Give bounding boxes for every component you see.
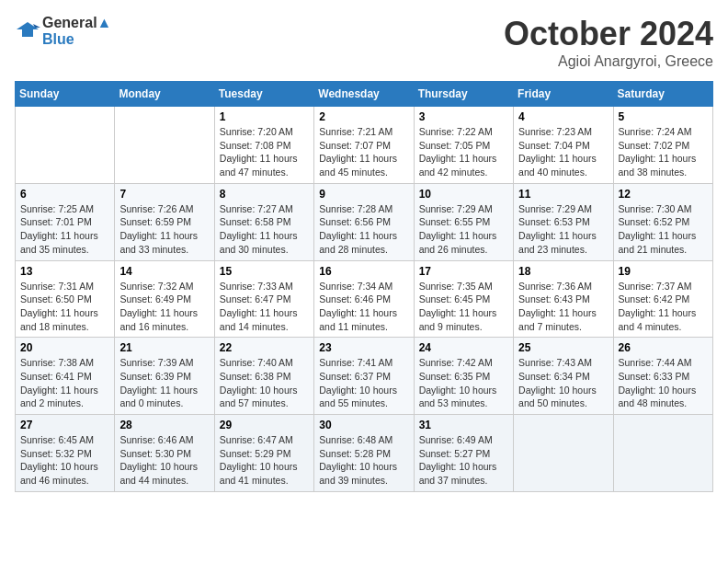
calendar-cell: 15Sunrise: 7:33 AM Sunset: 6:47 PM Dayli… [214, 260, 313, 338]
calendar-cell: 1Sunrise: 7:20 AM Sunset: 7:08 PM Daylig… [214, 107, 313, 184]
day-number: 3 [419, 110, 508, 123]
day-number: 25 [518, 341, 608, 354]
day-number: 2 [319, 110, 408, 123]
day-number: 28 [119, 419, 209, 431]
calendar-cell: 4Sunrise: 7:23 AM Sunset: 7:04 PM Daylig… [514, 107, 613, 184]
day-number: 10 [419, 188, 508, 201]
day-info: Sunrise: 7:38 AM Sunset: 6:41 PM Dayligh… [20, 356, 109, 410]
day-info: Sunrise: 6:49 AM Sunset: 5:27 PM Dayligh… [419, 433, 508, 488]
day-number: 30 [319, 419, 408, 431]
weekday-header-sunday: Sunday [16, 82, 115, 107]
day-number: 9 [319, 188, 408, 201]
day-number: 6 [20, 188, 109, 201]
calendar-cell: 21Sunrise: 7:39 AM Sunset: 6:39 PM Dayli… [115, 338, 214, 415]
day-number: 27 [20, 419, 109, 431]
day-number: 13 [20, 265, 109, 278]
day-info: Sunrise: 7:21 AM Sunset: 7:07 PM Dayligh… [319, 125, 408, 179]
calendar-cell: 28Sunrise: 6:46 AM Sunset: 5:30 PM Dayli… [115, 415, 214, 492]
day-info: Sunrise: 7:41 AM Sunset: 6:37 PM Dayligh… [319, 356, 408, 410]
calendar-cell: 12Sunrise: 7:30 AM Sunset: 6:52 PM Dayli… [613, 183, 712, 260]
calendar-cell: 5Sunrise: 7:24 AM Sunset: 7:02 PM Daylig… [613, 107, 712, 184]
page-header: General▲ Blue October 2024 Agioi Anargyr… [15, 15, 713, 70]
calendar-week-row: 6Sunrise: 7:25 AM Sunset: 7:01 PM Daylig… [16, 183, 713, 260]
day-number: 16 [319, 265, 408, 278]
day-info: Sunrise: 7:40 AM Sunset: 6:38 PM Dayligh… [220, 356, 309, 410]
day-info: Sunrise: 7:28 AM Sunset: 6:56 PM Dayligh… [319, 202, 408, 257]
day-number: 22 [220, 341, 309, 354]
day-number: 29 [220, 419, 309, 431]
day-info: Sunrise: 6:45 AM Sunset: 5:32 PM Dayligh… [20, 433, 109, 488]
day-info: Sunrise: 7:35 AM Sunset: 6:45 PM Dayligh… [419, 280, 508, 334]
day-number: 15 [220, 265, 309, 278]
logo-text: General▲ Blue [42, 15, 111, 48]
day-info: Sunrise: 7:37 AM Sunset: 6:42 PM Dayligh… [619, 280, 708, 334]
day-number: 31 [419, 419, 508, 431]
day-number: 5 [619, 110, 708, 123]
weekday-header-row: SundayMondayTuesdayWednesdayThursdayFrid… [16, 82, 713, 107]
calendar-cell: 31Sunrise: 6:49 AM Sunset: 5:27 PM Dayli… [414, 415, 513, 492]
calendar-cell: 16Sunrise: 7:34 AM Sunset: 6:46 PM Dayli… [314, 260, 414, 338]
day-info: Sunrise: 7:39 AM Sunset: 6:39 PM Dayligh… [119, 356, 209, 410]
day-number: 1 [220, 110, 309, 123]
day-info: Sunrise: 6:48 AM Sunset: 5:28 PM Dayligh… [319, 433, 408, 488]
day-number: 21 [119, 341, 209, 354]
calendar-cell: 2Sunrise: 7:21 AM Sunset: 7:07 PM Daylig… [314, 107, 414, 184]
day-info: Sunrise: 7:20 AM Sunset: 7:08 PM Dayligh… [220, 125, 309, 179]
calendar-cell: 29Sunrise: 6:47 AM Sunset: 5:29 PM Dayli… [214, 415, 313, 492]
calendar-cell: 25Sunrise: 7:43 AM Sunset: 6:34 PM Dayli… [514, 338, 613, 415]
day-info: Sunrise: 7:31 AM Sunset: 6:50 PM Dayligh… [20, 280, 109, 334]
calendar-cell: 7Sunrise: 7:26 AM Sunset: 6:59 PM Daylig… [115, 183, 214, 260]
location-title: Agioi Anargyroi, Greece [504, 53, 713, 70]
day-number: 7 [119, 188, 209, 201]
weekday-header-saturday: Saturday [613, 82, 712, 107]
title-block: October 2024 Agioi Anargyroi, Greece [504, 15, 713, 70]
calendar-cell: 23Sunrise: 7:41 AM Sunset: 6:37 PM Dayli… [314, 338, 414, 415]
calendar-cell [514, 415, 613, 492]
calendar-cell: 10Sunrise: 7:29 AM Sunset: 6:55 PM Dayli… [414, 183, 513, 260]
calendar-cell: 30Sunrise: 6:48 AM Sunset: 5:28 PM Dayli… [314, 415, 414, 492]
day-info: Sunrise: 7:33 AM Sunset: 6:47 PM Dayligh… [220, 280, 309, 334]
day-info: Sunrise: 7:32 AM Sunset: 6:49 PM Dayligh… [119, 280, 209, 334]
day-info: Sunrise: 7:26 AM Sunset: 6:59 PM Dayligh… [119, 202, 209, 257]
calendar-cell: 19Sunrise: 7:37 AM Sunset: 6:42 PM Dayli… [613, 260, 712, 338]
day-number: 11 [518, 188, 608, 201]
day-info: Sunrise: 6:46 AM Sunset: 5:30 PM Dayligh… [119, 433, 209, 488]
calendar-week-row: 27Sunrise: 6:45 AM Sunset: 5:32 PM Dayli… [16, 415, 713, 492]
calendar-week-row: 13Sunrise: 7:31 AM Sunset: 6:50 PM Dayli… [16, 260, 713, 338]
day-info: Sunrise: 7:27 AM Sunset: 6:58 PM Dayligh… [220, 202, 309, 257]
weekday-header-friday: Friday [514, 82, 613, 107]
day-info: Sunrise: 7:29 AM Sunset: 6:55 PM Dayligh… [419, 202, 508, 257]
logo-icon [15, 18, 40, 44]
day-info: Sunrise: 7:23 AM Sunset: 7:04 PM Dayligh… [518, 125, 608, 179]
weekday-header-monday: Monday [115, 82, 214, 107]
calendar-cell [613, 415, 712, 492]
logo: General▲ Blue [15, 15, 111, 48]
day-number: 4 [518, 110, 608, 123]
day-info: Sunrise: 7:25 AM Sunset: 7:01 PM Dayligh… [20, 202, 109, 257]
day-info: Sunrise: 7:24 AM Sunset: 7:02 PM Dayligh… [619, 125, 708, 179]
calendar-cell: 14Sunrise: 7:32 AM Sunset: 6:49 PM Dayli… [115, 260, 214, 338]
calendar-cell: 22Sunrise: 7:40 AM Sunset: 6:38 PM Dayli… [214, 338, 313, 415]
calendar-cell: 13Sunrise: 7:31 AM Sunset: 6:50 PM Dayli… [16, 260, 115, 338]
calendar-cell: 24Sunrise: 7:42 AM Sunset: 6:35 PM Dayli… [414, 338, 513, 415]
day-info: Sunrise: 7:29 AM Sunset: 6:53 PM Dayligh… [518, 202, 608, 257]
calendar-cell: 17Sunrise: 7:35 AM Sunset: 6:45 PM Dayli… [414, 260, 513, 338]
calendar-cell [16, 107, 115, 184]
day-number: 23 [319, 341, 408, 354]
day-number: 17 [419, 265, 508, 278]
calendar-week-row: 1Sunrise: 7:20 AM Sunset: 7:08 PM Daylig… [16, 107, 713, 184]
calendar-cell: 8Sunrise: 7:27 AM Sunset: 6:58 PM Daylig… [214, 183, 313, 260]
day-info: Sunrise: 7:43 AM Sunset: 6:34 PM Dayligh… [518, 356, 608, 410]
day-info: Sunrise: 7:30 AM Sunset: 6:52 PM Dayligh… [619, 202, 708, 257]
calendar-cell [115, 107, 214, 184]
weekday-header-thursday: Thursday [414, 82, 513, 107]
calendar-cell: 11Sunrise: 7:29 AM Sunset: 6:53 PM Dayli… [514, 183, 613, 260]
day-number: 26 [619, 341, 708, 354]
day-info: Sunrise: 7:42 AM Sunset: 6:35 PM Dayligh… [419, 356, 508, 410]
day-info: Sunrise: 7:44 AM Sunset: 6:33 PM Dayligh… [619, 356, 708, 410]
day-number: 19 [619, 265, 708, 278]
calendar-week-row: 20Sunrise: 7:38 AM Sunset: 6:41 PM Dayli… [16, 338, 713, 415]
day-info: Sunrise: 6:47 AM Sunset: 5:29 PM Dayligh… [220, 433, 309, 488]
calendar-cell: 27Sunrise: 6:45 AM Sunset: 5:32 PM Dayli… [16, 415, 115, 492]
svg-marker-0 [17, 22, 39, 37]
